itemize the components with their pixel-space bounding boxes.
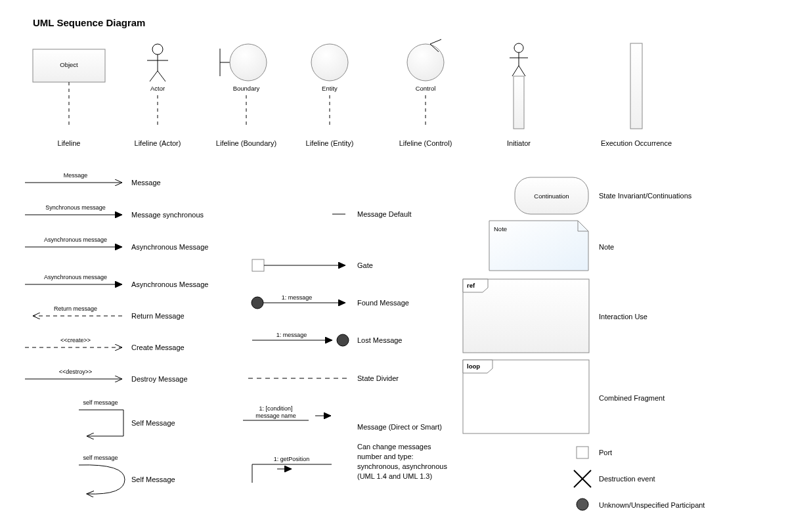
- svg-text:self message: self message: [83, 454, 118, 461]
- svg-text:number and type:: number and type:: [357, 453, 414, 460]
- lifeline-entity: Entity Lifeline (Entity): [306, 44, 354, 147]
- message-self-rect: self message Self Message: [79, 399, 175, 436]
- svg-line-3: [150, 71, 158, 81]
- svg-point-9: [514, 43, 523, 53]
- svg-text:Return Message: Return Message: [131, 312, 185, 320]
- svg-text:ref: ref: [467, 282, 475, 289]
- combined-fragment: loop Combined Fragment: [463, 360, 665, 433]
- svg-text:1: message: 1: message: [282, 294, 313, 301]
- initiator-caption: Initiator: [507, 139, 531, 147]
- svg-text:Can change messages: Can change messages: [357, 443, 431, 451]
- svg-text:Destroy Message: Destroy Message: [131, 375, 188, 383]
- svg-text:Interaction Use: Interaction Use: [599, 313, 647, 321]
- svg-point-8: [407, 44, 444, 81]
- state-divider: State Divider: [248, 374, 399, 382]
- svg-text:Synchronous message: Synchronous message: [45, 204, 106, 211]
- message-default: Message Default: [332, 210, 412, 218]
- message-create: <<create>> Create Message: [25, 337, 185, 351]
- entity-caption: Lifeline (Entity): [306, 139, 354, 147]
- svg-line-12: [512, 66, 519, 76]
- svg-text:<<destroy>>: <<destroy>>: [59, 368, 93, 375]
- lifeline-execution: Execution Occurrence: [601, 43, 672, 147]
- lifeline-control: Control Lifeline (Control): [399, 39, 452, 147]
- svg-text:Found Message: Found Message: [357, 299, 409, 307]
- message-simple: Message Message: [25, 172, 161, 187]
- svg-text:1: getPosition: 1: getPosition: [274, 456, 310, 462]
- svg-text:Lost Message: Lost Message: [357, 336, 402, 344]
- svg-point-7: [230, 44, 267, 81]
- state-invariant: Continuation State Invariant/Continuatio…: [515, 177, 692, 214]
- svg-text:Return message: Return message: [54, 305, 97, 312]
- message-destroy: <<destroy>> Destroy Message: [25, 368, 188, 383]
- message-smart: 1: getPosition Can change messages numbe…: [252, 443, 447, 483]
- gate: Gate: [252, 259, 373, 271]
- object-caption: Lifeline: [58, 139, 81, 147]
- svg-text:Note: Note: [599, 243, 614, 251]
- svg-text:Self Message: Self Message: [131, 476, 175, 483]
- filled-circle-icon: [252, 297, 263, 309]
- port-shape: Port: [577, 447, 612, 458]
- execution-caption: Execution Occurrence: [601, 139, 672, 147]
- svg-text:Message (Direct or Smart): Message (Direct or Smart): [357, 423, 442, 431]
- svg-text:Self Message: Self Message: [131, 419, 175, 427]
- lifeline-actor: Actor Lifeline (Actor): [135, 44, 181, 147]
- svg-text:Note: Note: [494, 225, 507, 233]
- note-shape: Note Note: [489, 221, 614, 271]
- message-self-curve: self message Self Message: [79, 454, 175, 494]
- control-icon: [407, 39, 444, 81]
- actor-caption: Lifeline (Actor): [135, 139, 181, 147]
- filled-circle-icon: [577, 499, 588, 510]
- svg-text:self message: self message: [83, 399, 118, 406]
- svg-text:Combined Fragment: Combined Fragment: [599, 394, 665, 402]
- lost-message: 1: message Lost Message: [252, 332, 402, 346]
- svg-text:Message synchronous: Message synchronous: [131, 211, 204, 219]
- svg-text:Asynchronous Message: Asynchronous Message: [131, 280, 208, 288]
- svg-text:Unknown/Unspecified Participan: Unknown/Unspecified Participant: [599, 501, 705, 509]
- initiator-icon: [510, 43, 528, 129]
- svg-text:Message: Message: [64, 172, 88, 179]
- svg-text:State Invariant/Continuations: State Invariant/Continuations: [599, 192, 692, 200]
- svg-text:message name: message name: [255, 412, 296, 419]
- svg-text:Create Message: Create Message: [131, 344, 185, 351]
- diagram-title: UML Sequence Diagram: [33, 17, 145, 28]
- svg-text:synchronous, asynchronous: synchronous, asynchronous: [357, 462, 447, 470]
- object-box-label: Object: [60, 61, 78, 68]
- svg-text:<<create>>: <<create>>: [60, 337, 91, 344]
- svg-point-0: [152, 44, 163, 55]
- message-asynchronous-2: Asynchronous message Asynchronous Messag…: [25, 274, 208, 288]
- svg-text:Asynchronous Message: Asynchronous Message: [131, 243, 208, 251]
- svg-text:Port: Port: [599, 449, 612, 456]
- message-asynchronous-1: Asynchronous message Asynchronous Messag…: [25, 236, 208, 251]
- port-icon: [577, 447, 588, 458]
- svg-text:(UML 1.4 and UML 1.3): (UML 1.4 and UML 1.3): [357, 472, 432, 480]
- lifeline-initiator: Initiator: [507, 43, 531, 147]
- message-return: Return message Return Message: [33, 305, 185, 320]
- interaction-use: ref Interaction Use: [463, 279, 647, 353]
- boundary-icon: [220, 44, 267, 81]
- svg-rect-14: [514, 76, 524, 129]
- entity-label: Entity: [322, 85, 338, 92]
- lifeline-boundary: Boundary Lifeline (Boundary): [216, 44, 276, 147]
- boundary-label: Boundary: [233, 85, 260, 92]
- message-direct: 1: [condition] message name Message (Dir…: [243, 405, 442, 431]
- boundary-caption: Lifeline (Boundary): [216, 139, 276, 147]
- svg-text:Continuation: Continuation: [534, 192, 569, 200]
- gate-box-icon: [252, 259, 264, 271]
- filled-circle-icon: [337, 334, 349, 346]
- svg-text:Destruction event: Destruction event: [599, 475, 655, 483]
- svg-text:Message: Message: [131, 179, 161, 187]
- svg-text:loop: loop: [467, 363, 480, 370]
- actor-label: Actor: [150, 85, 165, 92]
- svg-text:1: [condition]: 1: [condition]: [259, 405, 292, 412]
- lifeline-object: Object Lifeline: [33, 49, 105, 147]
- uml-sequence-diagram: UML Sequence Diagram Object Lifeline Act…: [0, 0, 788, 532]
- found-message: 1: message Found Message: [252, 294, 409, 309]
- entity-icon: [311, 44, 348, 81]
- svg-line-13: [519, 66, 525, 76]
- destruction-event: Destruction event: [574, 470, 655, 487]
- unknown-participant: Unknown/Unspecified Participant: [577, 499, 705, 510]
- control-label: Control: [416, 85, 436, 92]
- control-caption: Lifeline (Control): [399, 139, 452, 147]
- svg-text:1: message: 1: message: [276, 332, 307, 338]
- execution-bar-icon: [630, 43, 642, 129]
